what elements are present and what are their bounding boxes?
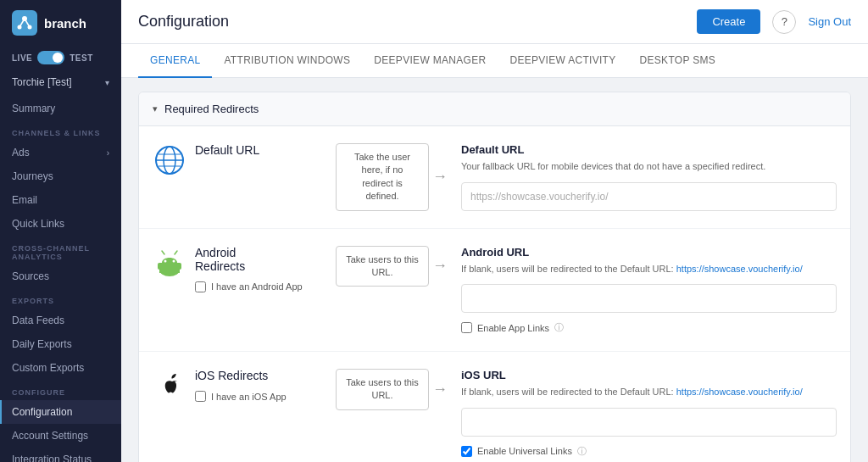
- ios-row: iOS Redirects I have an iOS App Take use…: [139, 352, 850, 462]
- tab-deepview-manager[interactable]: DEEPVIEW MANAGER: [362, 44, 498, 78]
- apple-icon: [153, 369, 186, 403]
- sidebar-item-data-feeds[interactable]: Data Feeds: [0, 309, 121, 332]
- redirect-right-ios: iOS URL If blank, users will be redirect…: [461, 369, 837, 462]
- page-title: Configuration: [138, 13, 229, 31]
- redirect-arrow-default: Take the user here, if no redirect is de…: [336, 143, 448, 211]
- sidebar-item-quick-links[interactable]: Quick Links: [0, 212, 121, 236]
- svg-rect-12: [158, 263, 161, 270]
- ios-default-url-link[interactable]: https://showcase.voucherify.io/: [676, 387, 803, 397]
- redirect-label-default: Default URL: [195, 143, 259, 157]
- sidebar-item-configuration[interactable]: Configuration: [0, 400, 121, 424]
- sign-out-button[interactable]: Sign Out: [808, 15, 851, 28]
- user-selector[interactable]: Torchie [Test] ▾: [0, 71, 121, 97]
- sidebar-item-integration-status[interactable]: Integration Status: [0, 448, 121, 462]
- redirect-left-default: Default URL: [153, 143, 322, 177]
- enable-app-links-checkbox[interactable]: [461, 322, 472, 333]
- arrow-label: Take the user here, if no redirect is de…: [336, 143, 429, 211]
- has-android-app-checkbox[interactable]: [195, 281, 206, 292]
- arrow-line-icon: [429, 168, 448, 186]
- test-label: TEST: [70, 53, 93, 63]
- arrow-label-android: Take users to this URL.: [336, 246, 429, 287]
- user-name: Torchie [Test]: [12, 76, 72, 88]
- has-ios-app-label[interactable]: I have an iOS App: [195, 391, 287, 402]
- sidebar-item-summary[interactable]: Summary: [0, 97, 121, 120]
- panel-title: Required Redirects: [164, 103, 259, 115]
- android-url-desc: If blank, users will be redirected to th…: [461, 262, 837, 276]
- android-icon: [153, 246, 186, 280]
- url-section-title: Default URL: [461, 143, 837, 156]
- enable-universal-links-label[interactable]: Enable Universal Links ⓘ: [461, 445, 837, 458]
- sidebar-item-label: Data Feeds: [12, 314, 64, 326]
- has-ios-app-checkbox[interactable]: [195, 391, 206, 402]
- ios-url-desc: If blank, users will be redirected to th…: [461, 385, 837, 399]
- sidebar-item-label: Ads: [12, 147, 30, 159]
- redirect-arrow-android: Take users to this URL.: [336, 246, 448, 287]
- top-header: Configuration Create ? Sign Out: [121, 0, 868, 44]
- header-actions: Create ? Sign Out: [697, 9, 851, 34]
- logo-icon: [12, 10, 37, 36]
- redirect-label-android: AndroidRedirects I have an Android App: [195, 246, 303, 292]
- sidebar-item-journeys[interactable]: Journeys: [0, 164, 121, 188]
- sidebar-item-sources[interactable]: Sources: [0, 264, 121, 288]
- svg-line-16: [162, 251, 164, 254]
- url-section-desc: Your fallback URL for mobile devices tha…: [461, 159, 837, 174]
- has-android-app-label[interactable]: I have an Android App: [195, 281, 303, 292]
- sidebar-item-label: Summary: [12, 103, 55, 114]
- redirect-label-ios: iOS Redirects I have an iOS App: [195, 369, 287, 402]
- sidebar-item-daily-exports[interactable]: Daily Exports: [0, 332, 121, 356]
- redirect-title: Default URL: [195, 143, 259, 157]
- svg-rect-19: [172, 270, 175, 275]
- tab-bar: GENERAL ATTRIBUTION WINDOWS DEEPVIEW MAN…: [121, 44, 868, 78]
- info-icon-universal[interactable]: ⓘ: [577, 445, 587, 458]
- tab-general[interactable]: GENERAL: [138, 44, 212, 78]
- globe-icon: [153, 143, 186, 177]
- svg-rect-18: [164, 270, 167, 275]
- section-channels-label: CHANNELS & LINKS: [0, 120, 121, 141]
- android-row: AndroidRedirects I have an Android App T…: [139, 229, 850, 353]
- sidebar-item-label: Sources: [12, 270, 49, 282]
- redirect-left-android: AndroidRedirects I have an Android App: [153, 246, 322, 292]
- required-redirects-panel: ▾ Required Redirects: [138, 92, 851, 462]
- logo: branch: [0, 0, 121, 46]
- redirect-title-ios: iOS Redirects: [195, 369, 287, 382]
- redirect-right-android: Android URL If blank, users will be redi…: [461, 246, 837, 335]
- sidebar-item-label: Integration Status: [12, 454, 92, 462]
- info-icon[interactable]: ⓘ: [554, 321, 564, 334]
- section-analytics-label: CROSS-CHANNEL ANALYTICS: [0, 236, 121, 264]
- redirect-right-default: Default URL Your fallback URL for mobile…: [461, 143, 837, 211]
- arrow-line-icon-ios: [429, 381, 448, 398]
- help-button[interactable]: ?: [772, 10, 796, 34]
- enable-universal-links-checkbox[interactable]: [461, 446, 472, 457]
- android-default-url-link[interactable]: https://showcase.voucherify.io/: [676, 264, 803, 274]
- redirect-title-android: AndroidRedirects: [195, 246, 303, 273]
- sidebar-item-account-settings[interactable]: Account Settings: [0, 424, 121, 448]
- live-label: LIVE: [12, 53, 32, 63]
- ios-url-input[interactable]: [461, 408, 837, 437]
- tab-desktop-sms[interactable]: DESKTOP SMS: [628, 44, 728, 78]
- sidebar-item-email[interactable]: Email: [0, 188, 121, 212]
- main-content: Configuration Create ? Sign Out GENERAL …: [121, 0, 868, 462]
- section-exports-label: EXPORTS: [0, 288, 121, 309]
- ios-url-title: iOS URL: [461, 369, 837, 381]
- svg-line-17: [175, 251, 177, 254]
- panel-header[interactable]: ▾ Required Redirects: [139, 92, 850, 126]
- tab-deepview-activity[interactable]: DEEPVIEW ACTIVITY: [498, 44, 627, 78]
- create-button[interactable]: Create: [697, 9, 760, 34]
- svg-point-15: [173, 259, 175, 262]
- sidebar-item-ads[interactable]: Ads ›: [0, 141, 121, 164]
- env-toggle[interactable]: [37, 51, 64, 64]
- svg-rect-11: [159, 263, 180, 273]
- sidebar-item-label: Journeys: [12, 170, 53, 182]
- default-url-input[interactable]: [461, 182, 837, 211]
- redirect-left-ios: iOS Redirects I have an iOS App: [153, 369, 322, 403]
- env-toggle-row: LIVE TEST: [0, 46, 121, 71]
- svg-line-4: [25, 19, 30, 27]
- sidebar-item-custom-exports[interactable]: Custom Exports: [0, 356, 121, 380]
- redirect-arrow-ios: Take users to this URL.: [336, 369, 448, 410]
- android-url-input[interactable]: [461, 284, 837, 313]
- section-configure-label: CONFIGURE: [0, 380, 121, 400]
- enable-app-links-label[interactable]: Enable App Links ⓘ: [461, 321, 837, 334]
- tab-attribution-windows[interactable]: ATTRIBUTION WINDOWS: [212, 44, 362, 78]
- sidebar-item-label: Custom Exports: [12, 362, 84, 374]
- default-url-row: Default URL Take the user here, if no re…: [139, 126, 850, 229]
